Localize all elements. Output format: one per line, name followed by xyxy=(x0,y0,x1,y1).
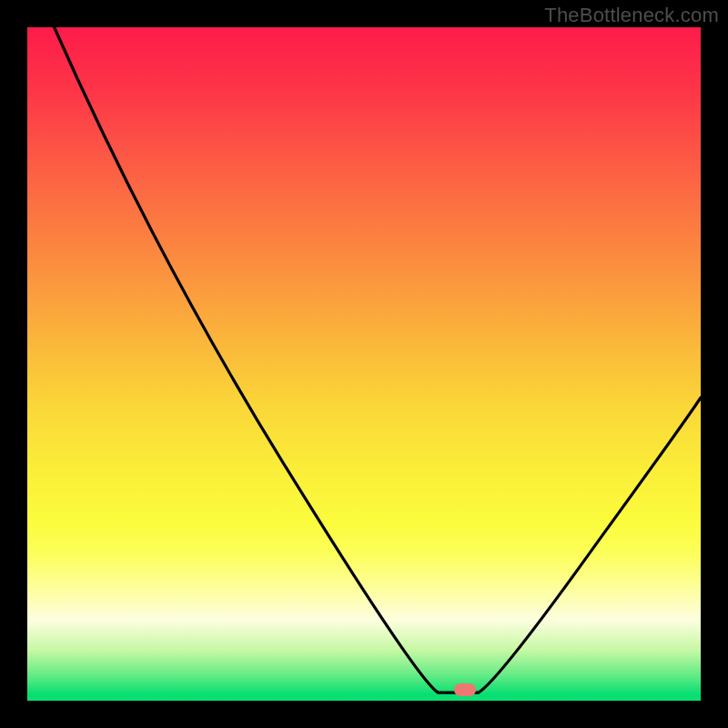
plot-area xyxy=(27,27,701,701)
optimal-marker xyxy=(454,683,476,696)
curve-svg xyxy=(27,27,701,701)
watermark-text: TheBottleneck.com xyxy=(544,4,719,27)
bottleneck-curve-path xyxy=(55,27,701,693)
chart-frame: TheBottleneck.com xyxy=(0,0,728,728)
